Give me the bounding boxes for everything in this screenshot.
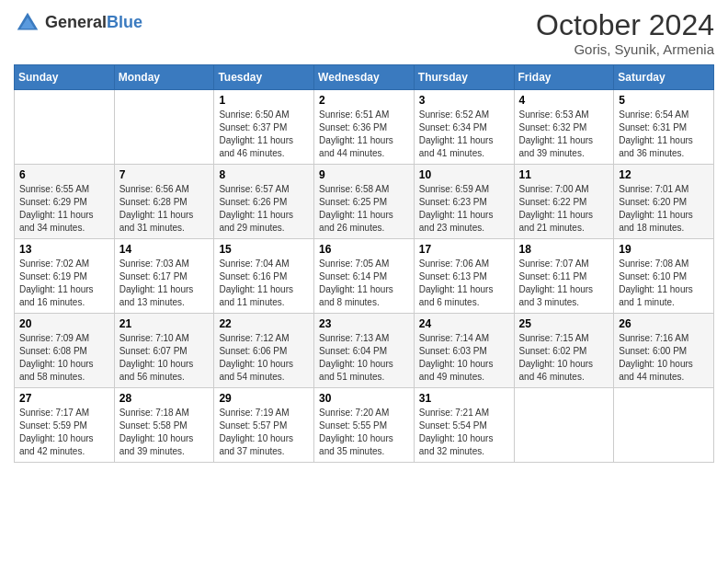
day-cell: 16Sunrise: 7:05 AM Sunset: 6:14 PM Dayli…	[314, 239, 415, 314]
day-info: Sunrise: 6:51 AM Sunset: 6:36 PM Dayligh…	[319, 109, 409, 160]
day-cell	[114, 90, 214, 165]
day-info: Sunrise: 6:53 AM Sunset: 6:32 PM Dayligh…	[519, 109, 609, 160]
day-cell: 23Sunrise: 7:13 AM Sunset: 6:04 PM Dayli…	[314, 314, 415, 388]
day-number: 25	[519, 317, 609, 330]
day-info: Sunrise: 6:58 AM Sunset: 6:25 PM Dayligh…	[319, 183, 409, 235]
weekday-header-wednesday: Wednesday	[314, 65, 415, 90]
day-cell: 3Sunrise: 6:52 AM Sunset: 6:34 PM Daylig…	[414, 90, 514, 165]
day-number: 23	[319, 317, 409, 330]
logo-text: GeneralBlue	[45, 14, 142, 32]
day-number: 19	[619, 243, 709, 256]
day-cell: 14Sunrise: 7:03 AM Sunset: 6:17 PM Dayli…	[114, 239, 214, 314]
day-cell: 4Sunrise: 6:53 AM Sunset: 6:32 PM Daylig…	[514, 90, 614, 165]
day-info: Sunrise: 7:15 AM Sunset: 6:02 PM Dayligh…	[519, 332, 609, 384]
day-cell: 15Sunrise: 7:04 AM Sunset: 6:16 PM Dayli…	[214, 239, 314, 314]
day-number: 16	[319, 243, 409, 256]
day-number: 13	[19, 243, 109, 256]
day-cell: 28Sunrise: 7:18 AM Sunset: 5:58 PM Dayli…	[114, 388, 214, 463]
day-info: Sunrise: 6:50 AM Sunset: 6:37 PM Dayligh…	[219, 109, 309, 160]
day-info: Sunrise: 7:05 AM Sunset: 6:14 PM Dayligh…	[319, 258, 409, 309]
day-info: Sunrise: 7:01 AM Sunset: 6:20 PM Dayligh…	[619, 183, 709, 235]
day-cell: 29Sunrise: 7:19 AM Sunset: 5:57 PM Dayli…	[214, 388, 314, 463]
title-block: October 2024 Goris, Syunik, Armenia	[536, 9, 714, 57]
day-cell: 19Sunrise: 7:08 AM Sunset: 6:10 PM Dayli…	[614, 239, 714, 314]
day-number: 6	[19, 168, 109, 181]
logo: GeneralBlue	[14, 9, 142, 37]
day-number: 29	[219, 392, 309, 405]
day-cell: 22Sunrise: 7:12 AM Sunset: 6:06 PM Dayli…	[214, 314, 314, 388]
day-number: 1	[219, 94, 309, 107]
day-cell	[614, 388, 714, 463]
weekday-header-sunday: Sunday	[15, 65, 115, 90]
day-cell: 24Sunrise: 7:14 AM Sunset: 6:03 PM Dayli…	[414, 314, 514, 388]
header: GeneralBlue October 2024 Goris, Syunik, …	[14, 9, 714, 57]
weekday-header-friday: Friday	[514, 65, 614, 90]
day-cell: 2Sunrise: 6:51 AM Sunset: 6:36 PM Daylig…	[314, 90, 415, 165]
day-info: Sunrise: 6:56 AM Sunset: 6:28 PM Dayligh…	[119, 183, 210, 235]
day-info: Sunrise: 7:00 AM Sunset: 6:22 PM Dayligh…	[519, 183, 609, 235]
day-info: Sunrise: 7:14 AM Sunset: 6:03 PM Dayligh…	[419, 332, 509, 384]
day-info: Sunrise: 7:08 AM Sunset: 6:10 PM Dayligh…	[619, 258, 709, 309]
day-info: Sunrise: 6:59 AM Sunset: 6:23 PM Dayligh…	[419, 183, 509, 235]
day-cell: 27Sunrise: 7:17 AM Sunset: 5:59 PM Dayli…	[15, 388, 115, 463]
calendar-container: GeneralBlue October 2024 Goris, Syunik, …	[0, 0, 728, 477]
weekday-header-tuesday: Tuesday	[214, 65, 314, 90]
day-cell: 9Sunrise: 6:58 AM Sunset: 6:25 PM Daylig…	[314, 165, 415, 239]
day-cell: 21Sunrise: 7:10 AM Sunset: 6:07 PM Dayli…	[114, 314, 214, 388]
day-cell: 25Sunrise: 7:15 AM Sunset: 6:02 PM Dayli…	[514, 314, 614, 388]
day-number: 9	[319, 168, 409, 181]
day-number: 26	[619, 317, 709, 330]
weekday-header-monday: Monday	[114, 65, 214, 90]
day-number: 31	[419, 392, 509, 405]
location-title: Goris, Syunik, Armenia	[536, 41, 714, 57]
day-number: 8	[219, 168, 309, 181]
day-number: 21	[119, 317, 210, 330]
day-cell: 11Sunrise: 7:00 AM Sunset: 6:22 PM Dayli…	[514, 165, 614, 239]
week-row-3: 13Sunrise: 7:02 AM Sunset: 6:19 PM Dayli…	[15, 239, 714, 314]
day-info: Sunrise: 7:17 AM Sunset: 5:59 PM Dayligh…	[19, 407, 109, 458]
logo-general: General	[45, 13, 107, 31]
weekday-header-thursday: Thursday	[414, 65, 514, 90]
day-cell	[15, 90, 115, 165]
day-info: Sunrise: 7:16 AM Sunset: 6:00 PM Dayligh…	[619, 332, 709, 384]
day-number: 2	[319, 94, 409, 107]
day-number: 7	[119, 168, 210, 181]
day-info: Sunrise: 6:57 AM Sunset: 6:26 PM Dayligh…	[219, 183, 309, 235]
day-info: Sunrise: 7:06 AM Sunset: 6:13 PM Dayligh…	[419, 258, 509, 309]
day-info: Sunrise: 7:19 AM Sunset: 5:57 PM Dayligh…	[219, 407, 309, 458]
day-cell: 6Sunrise: 6:55 AM Sunset: 6:29 PM Daylig…	[15, 165, 115, 239]
day-number: 30	[319, 392, 409, 405]
day-number: 27	[19, 392, 109, 405]
calendar-table: SundayMondayTuesdayWednesdayThursdayFrid…	[14, 64, 714, 463]
day-info: Sunrise: 6:54 AM Sunset: 6:31 PM Dayligh…	[619, 109, 709, 160]
day-cell: 10Sunrise: 6:59 AM Sunset: 6:23 PM Dayli…	[414, 165, 514, 239]
day-info: Sunrise: 7:09 AM Sunset: 6:08 PM Dayligh…	[19, 332, 109, 384]
week-row-5: 27Sunrise: 7:17 AM Sunset: 5:59 PM Dayli…	[15, 388, 714, 463]
day-cell: 18Sunrise: 7:07 AM Sunset: 6:11 PM Dayli…	[514, 239, 614, 314]
day-cell: 17Sunrise: 7:06 AM Sunset: 6:13 PM Dayli…	[414, 239, 514, 314]
day-cell: 26Sunrise: 7:16 AM Sunset: 6:00 PM Dayli…	[614, 314, 714, 388]
day-cell: 30Sunrise: 7:20 AM Sunset: 5:55 PM Dayli…	[314, 388, 415, 463]
week-row-1: 1Sunrise: 6:50 AM Sunset: 6:37 PM Daylig…	[15, 90, 714, 165]
day-number: 24	[419, 317, 509, 330]
day-number: 17	[419, 243, 509, 256]
month-title: October 2024	[536, 9, 714, 41]
day-info: Sunrise: 7:07 AM Sunset: 6:11 PM Dayligh…	[519, 258, 609, 309]
day-info: Sunrise: 7:20 AM Sunset: 5:55 PM Dayligh…	[319, 407, 409, 458]
day-number: 22	[219, 317, 309, 330]
day-number: 12	[619, 168, 709, 181]
day-cell: 8Sunrise: 6:57 AM Sunset: 6:26 PM Daylig…	[214, 165, 314, 239]
day-cell: 12Sunrise: 7:01 AM Sunset: 6:20 PM Dayli…	[614, 165, 714, 239]
day-cell	[514, 388, 614, 463]
day-number: 4	[519, 94, 609, 107]
day-number: 15	[219, 243, 309, 256]
day-number: 5	[619, 94, 709, 107]
day-info: Sunrise: 6:52 AM Sunset: 6:34 PM Dayligh…	[419, 109, 509, 160]
day-info: Sunrise: 7:02 AM Sunset: 6:19 PM Dayligh…	[19, 258, 109, 309]
day-info: Sunrise: 7:04 AM Sunset: 6:16 PM Dayligh…	[219, 258, 309, 309]
week-row-2: 6Sunrise: 6:55 AM Sunset: 6:29 PM Daylig…	[15, 165, 714, 239]
day-info: Sunrise: 7:18 AM Sunset: 5:58 PM Dayligh…	[119, 407, 210, 458]
weekday-header-row: SundayMondayTuesdayWednesdayThursdayFrid…	[15, 65, 714, 90]
day-cell: 1Sunrise: 6:50 AM Sunset: 6:37 PM Daylig…	[214, 90, 314, 165]
day-number: 20	[19, 317, 109, 330]
